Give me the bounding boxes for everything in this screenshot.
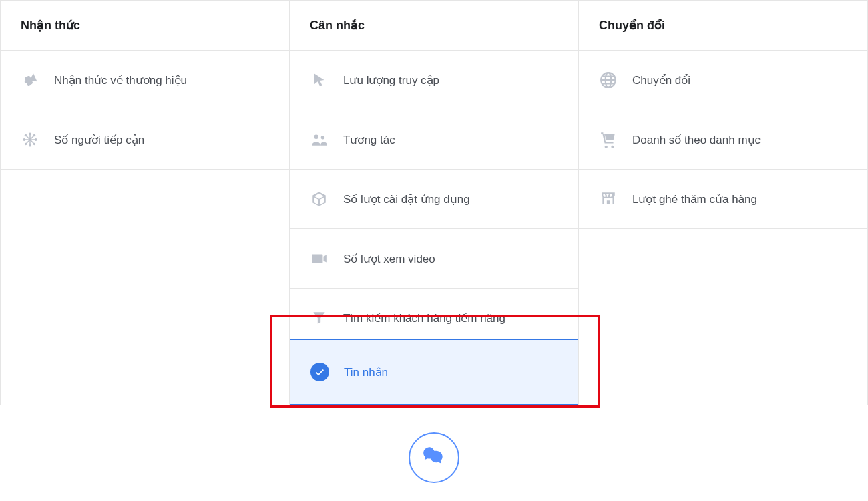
option-conversions[interactable]: Chuyển đổi (579, 51, 867, 110)
objective-selector: Nhận thức Nhận thức về thương hiệu Số ng… (0, 0, 868, 405)
option-messages[interactable]: Tin nhắn (290, 339, 578, 405)
globe-icon (599, 71, 618, 90)
option-label: Số lượt xem video (343, 252, 435, 266)
funnel-icon (310, 309, 329, 327)
option-traffic[interactable]: Lưu lượng truy cập (290, 51, 578, 110)
option-label: Lượt ghé thăm cửa hàng (632, 192, 757, 206)
column-header-conversion: Chuyển đổi (579, 1, 867, 51)
option-label: Chuyển đổi (632, 73, 690, 88)
svg-point-9 (314, 134, 318, 139)
cart-icon (599, 130, 618, 149)
box-icon (310, 190, 329, 208)
option-video-views[interactable]: Số lượt xem video (290, 229, 578, 289)
megaphone-icon (21, 71, 39, 90)
svg-point-10 (321, 136, 324, 139)
option-catalog-sales[interactable]: Doanh số theo danh mục (579, 110, 867, 170)
messages-circle-icon (409, 432, 459, 483)
option-lead-generation[interactable]: Tìm kiếm khách hàng tiềm năng (290, 289, 578, 339)
option-label: Số người tiếp cận (54, 133, 144, 147)
column-awareness: Nhận thức Nhận thức về thương hiệu Số ng… (1, 1, 290, 405)
column-header-awareness: Nhận thức (1, 1, 289, 51)
option-label: Tương tác (343, 133, 395, 147)
option-label: Số lượt cài đặt ứng dụng (343, 192, 470, 206)
people-icon (310, 130, 329, 149)
column-header-consideration: Cân nhắc (290, 1, 578, 51)
reach-icon (21, 130, 39, 149)
video-icon (310, 249, 329, 268)
option-label: Nhận thức về thương hiệu (54, 73, 187, 88)
cursor-icon (310, 71, 329, 90)
column-consideration: Cân nhắc Lưu lượng truy cập Tương tác Số… (290, 1, 579, 405)
store-icon (599, 190, 618, 208)
option-label: Doanh số theo danh mục (632, 133, 761, 147)
option-app-installs[interactable]: Số lượt cài đặt ứng dụng (290, 170, 578, 229)
option-reach[interactable]: Số người tiếp cận (1, 110, 289, 170)
option-label: Tìm kiếm khách hàng tiềm năng (343, 311, 505, 325)
footer-icon-wrap (0, 405, 868, 483)
option-label: Tin nhắn (344, 365, 388, 379)
check-icon (310, 363, 329, 381)
option-engagement[interactable]: Tương tác (290, 110, 578, 170)
option-brand-awareness[interactable]: Nhận thức về thương hiệu (1, 51, 289, 110)
option-store-visits[interactable]: Lượt ghé thăm cửa hàng (579, 170, 867, 229)
column-conversion: Chuyển đổi Chuyển đổi Doanh số theo danh… (579, 1, 867, 405)
option-label: Lưu lượng truy cập (343, 73, 439, 88)
